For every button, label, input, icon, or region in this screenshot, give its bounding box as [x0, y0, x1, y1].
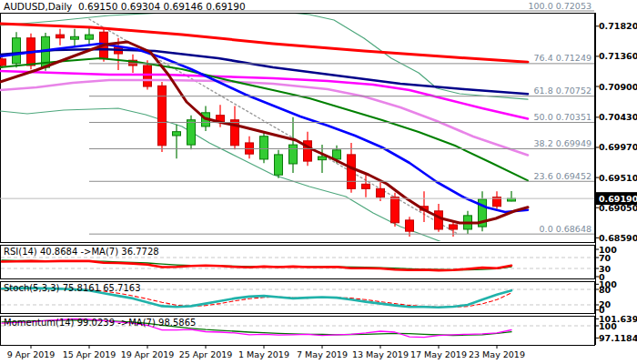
candle[interactable]	[435, 211, 443, 229]
candle[interactable]	[86, 35, 94, 39]
time-axis-label: 9 Apr 2019	[7, 349, 56, 359]
candle[interactable]	[450, 225, 458, 229]
main-panel[interactable]	[1, 14, 595, 243]
time-axis-label: 19 Apr 2019	[121, 349, 175, 359]
panel-frames	[1, 13, 596, 346]
candle[interactable]	[13, 38, 21, 64]
time-axis-label: 15 Apr 2019	[63, 349, 116, 359]
price-axis-label: 0.69970	[599, 142, 637, 152]
candle[interactable]	[71, 36, 79, 39]
candle[interactable]	[158, 86, 167, 146]
stochastic-label: Stoch(5,3,3) 75.8161 65.7163	[4, 283, 141, 293]
fib-label: 61.8 0.70752	[534, 86, 592, 96]
chart-window: AUDUSD,Daily 0.69150 0.69304 0.69146 0.6…	[0, 0, 637, 364]
fib-label: 0.0 0.68648	[540, 224, 592, 234]
time-axis-label: 1 May 2019	[238, 349, 289, 359]
candle[interactable]	[173, 132, 181, 136]
fib-label: 50.0 0.70351	[534, 112, 592, 122]
fib-label: 76.4 0.71249	[534, 53, 592, 63]
fib-label: 38.2 0.69949	[534, 138, 592, 148]
price-chart[interactable]: 100.0 0.7205376.4 0.7124961.8 0.7075250.…	[0, 0, 637, 364]
candle[interactable]	[144, 66, 152, 86]
candle[interactable]	[406, 220, 414, 231]
candle[interactable]	[260, 136, 268, 159]
fib-label: 23.6 0.69452	[534, 171, 592, 181]
candle[interactable]	[0, 59, 6, 66]
price-axis-label: 0.69510	[599, 173, 637, 183]
current-price-label: 0.69190	[599, 194, 637, 204]
candle[interactable]	[187, 120, 196, 145]
time-axis-label: 13 May 2019	[352, 349, 409, 359]
candle[interactable]	[275, 155, 283, 175]
rsi-axis-label: 70	[599, 253, 612, 263]
time-axis-label: 7 May 2019	[297, 349, 348, 359]
momentum-axis-label: 97.1184	[599, 333, 637, 343]
time-axis-label: 23 May 2019	[469, 349, 525, 359]
candle[interactable]	[348, 155, 356, 188]
time-axis-label: 17 May 2019	[410, 349, 467, 359]
price-axis-label: 0.68590	[599, 233, 637, 243]
stochastic-axis-label: 80	[599, 285, 612, 295]
momentum-axis-label: 100	[599, 321, 617, 331]
price-axis-label: 0.70900	[599, 82, 637, 92]
price-axis-label: 0.71820	[599, 21, 637, 31]
price-axis-label: 0.71360	[599, 51, 637, 61]
fib-label: 100.0 0.72053	[528, 1, 592, 11]
rsi-label: RSI(14) 40.8684 ->MA(7) 36.7728	[4, 247, 159, 257]
momentum-label: Momentum(14) 99.0239 ->MA(7) 98.5865	[4, 318, 196, 328]
time-axis[interactable]: 9 Apr 201915 Apr 201919 Apr 201925 Apr 2…	[7, 345, 525, 359]
chart-title: AUDUSD,Daily 0.69150 0.69304 0.69146 0.6…	[4, 1, 246, 12]
candle[interactable]	[318, 157, 327, 160]
candle[interactable]	[56, 35, 65, 38]
time-axis-label: 25 Apr 2019	[179, 349, 233, 359]
candle[interactable]	[289, 145, 298, 164]
candle[interactable]	[391, 197, 399, 223]
candle[interactable]	[362, 184, 370, 188]
price-axis-label: 0.70430	[599, 112, 637, 122]
candle[interactable]	[377, 188, 385, 197]
price-axis[interactable]: 0.718200.713600.709000.704300.699700.695…	[595, 21, 637, 243]
